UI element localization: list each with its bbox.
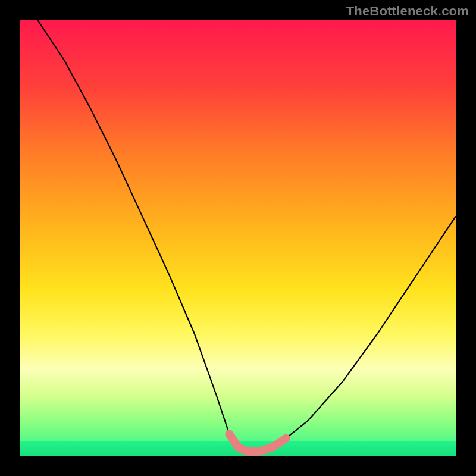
chart-frame: TheBottleneck.com xyxy=(0,0,476,476)
watermark-text: TheBottleneck.com xyxy=(346,4,469,19)
chart-svg xyxy=(20,20,456,456)
sweet-spot-marker xyxy=(229,434,286,451)
bottleneck-curve xyxy=(37,20,456,452)
